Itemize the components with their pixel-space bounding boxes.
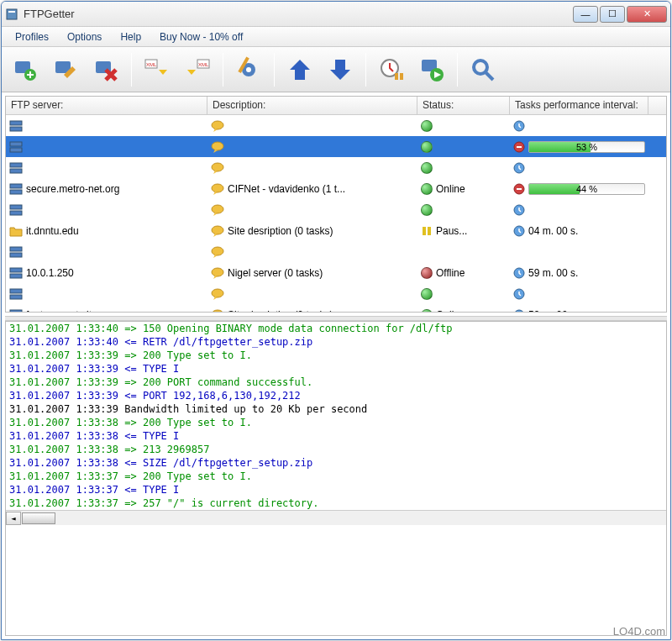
upload-button[interactable] (281, 52, 318, 87)
window-controls: — ☐ ✕ (573, 6, 667, 23)
server-name: it.dnntu.edu (26, 225, 79, 237)
svg-rect-24 (10, 148, 22, 152)
search-button[interactable] (465, 52, 501, 87)
table-row[interactable] (6, 199, 666, 220)
log-line: 31.01.2007 1:33:38 <= TYPE I (6, 429, 666, 443)
server-icon (9, 309, 23, 313)
bubble-icon (211, 246, 224, 258)
log-pane[interactable]: 31.01.2007 1:33:40 => 150 Opening BINARY… (5, 321, 667, 636)
cell-server (6, 202, 207, 218)
bubble-icon (211, 309, 224, 313)
table-row[interactable] (6, 115, 666, 136)
col-server[interactable]: FTP server: (6, 97, 207, 114)
add-profile-button[interactable] (7, 52, 44, 87)
bubble-icon (211, 120, 224, 132)
svg-point-59 (514, 310, 524, 313)
col-status[interactable]: Status: (417, 97, 510, 114)
minimize-button[interactable]: — (573, 6, 598, 23)
server-icon (9, 120, 23, 132)
svg-text:XML: XML (198, 62, 209, 67)
server-icon (9, 204, 23, 216)
cell-status (417, 286, 510, 302)
svg-point-39 (212, 205, 223, 213)
svg-point-25 (212, 142, 223, 150)
log-line: 31.01.2007 1:33:40 <= RETR /dl/ftpgetter… (6, 335, 666, 349)
cell-description: Site desription (0 tasks) (207, 223, 417, 239)
cell-server (6, 160, 207, 176)
status-online-icon (421, 162, 433, 174)
clock-icon (513, 288, 525, 300)
close-button[interactable]: ✕ (627, 6, 667, 23)
menu-help[interactable]: Help (112, 29, 150, 45)
edit-profile-button[interactable] (47, 52, 84, 87)
menu-options[interactable]: Options (59, 29, 110, 45)
svg-point-54 (212, 289, 223, 297)
cell-status: Online (417, 181, 510, 197)
table-row[interactable] (6, 241, 666, 262)
table-row[interactable]: 10.0.1.250Nigel server (0 tasks)Offline5… (6, 262, 666, 283)
cell-description (207, 118, 417, 134)
table-row[interactable]: fantom.vnet.citySite desription (0 tasks… (6, 304, 666, 313)
log-hscrollbar[interactable]: ◄ (6, 510, 666, 525)
status-text: Offline (436, 267, 465, 279)
svg-point-21 (212, 121, 223, 129)
status-online-icon (421, 288, 433, 300)
menu-profiles[interactable]: Profiles (7, 29, 57, 45)
maximize-button[interactable]: ☐ (600, 6, 625, 23)
svg-rect-37 (10, 205, 22, 209)
table-row[interactable] (6, 283, 666, 304)
status-online-icon (421, 309, 433, 313)
table-row[interactable]: secure.metro-net.orgCIFNet - vdavidenko … (6, 178, 666, 199)
schedule-button[interactable] (373, 52, 410, 87)
svg-rect-29 (10, 169, 22, 173)
status-text: Paus... (436, 225, 467, 237)
server-icon (9, 288, 23, 300)
clock-icon (513, 309, 525, 313)
col-task[interactable]: Tasks performance interval: (510, 97, 648, 114)
svg-point-41 (212, 226, 223, 234)
cell-server: secure.metro-net.org (6, 181, 207, 197)
table-row[interactable] (6, 157, 666, 178)
stop-icon (513, 141, 525, 153)
progress-text: 44 % (529, 184, 644, 194)
menu-buynow[interactable]: Buy Now - 10% off (151, 29, 251, 45)
table-row[interactable]: 53 % (6, 136, 666, 157)
desc-text: Site desription (0 tasks) (228, 309, 333, 313)
titlebar[interactable]: FTPGetter — ☐ ✕ (2, 2, 670, 27)
log-line: 31.01.2007 1:33:39 Bandwidth limited up … (6, 402, 666, 416)
scroll-left-button[interactable]: ◄ (6, 512, 21, 525)
download-button[interactable] (322, 52, 359, 87)
table-row[interactable]: it.dnntu.eduSite desription (0 tasks)Pau… (6, 220, 666, 241)
svg-rect-27 (517, 146, 522, 148)
svg-rect-32 (10, 184, 22, 188)
delete-profile-button[interactable] (87, 52, 124, 87)
svg-point-11 (246, 67, 251, 72)
scroll-thumb[interactable] (22, 512, 55, 524)
status-online-icon (421, 141, 433, 153)
svg-text:XML: XML (146, 62, 157, 67)
svg-rect-49 (10, 274, 22, 278)
server-list[interactable]: FTP server: Description: Status: Tasks p… (5, 96, 667, 313)
cell-status: Online (417, 307, 510, 313)
export-xml-button[interactable]: XML (179, 52, 216, 87)
progress-text: 53 % (529, 142, 644, 152)
svg-rect-0 (7, 9, 17, 19)
col-description[interactable]: Description: (207, 97, 417, 114)
settings-button[interactable] (230, 52, 267, 87)
bubble-icon (211, 204, 224, 216)
status-offline-icon (421, 267, 433, 279)
bubble-icon (211, 225, 224, 237)
svg-rect-15 (400, 73, 403, 80)
cell-description: Nigel server (0 tasks) (207, 265, 417, 281)
import-xml-button[interactable]: XML (139, 52, 176, 87)
cell-description (207, 202, 417, 218)
cell-description: CIFNet - vdavidenko (1 t... (207, 181, 417, 197)
status-pause-icon (421, 225, 433, 237)
bubble-icon (211, 162, 224, 174)
svg-rect-19 (10, 121, 22, 125)
run-button[interactable] (413, 52, 450, 87)
clock-icon (513, 204, 525, 216)
app-window: FTPGetter — ☐ ✕ Profiles Options Help Bu… (1, 1, 671, 640)
server-name: secure.metro-net.org (26, 183, 119, 195)
toolbar: XML XML (2, 47, 670, 92)
